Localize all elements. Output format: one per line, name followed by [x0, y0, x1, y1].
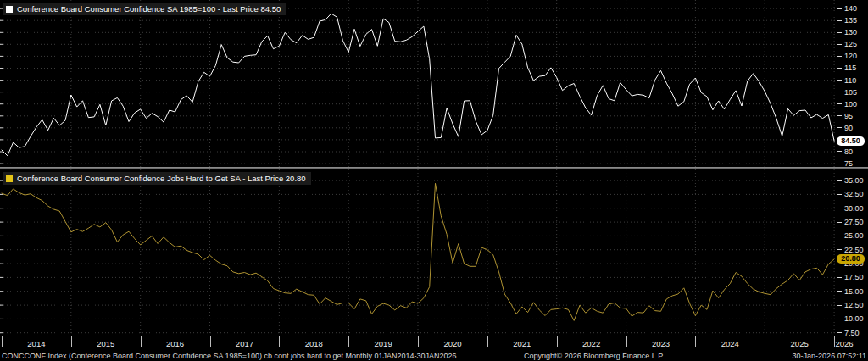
x-tick-label-2022: 2022	[573, 339, 610, 348]
y-tick	[837, 127, 842, 128]
x-tick-label-2019: 2019	[364, 339, 402, 348]
y-tick-label: 10.00	[844, 314, 868, 323]
y-tick	[837, 164, 842, 164]
x-tick-label-2024: 2024	[711, 339, 748, 348]
y-tick-label: 135	[844, 16, 868, 25]
x-tick	[487, 336, 488, 347]
y-tick-label: 125	[844, 40, 868, 48]
bloomberg-chart-window: Conference Board Consumer Confidence SA …	[0, 0, 868, 361]
y-tick-label: 110	[844, 76, 868, 85]
y-tick	[837, 332, 842, 333]
x-tick	[626, 336, 627, 347]
y-tick-label: 15.00	[844, 287, 868, 296]
y-tick	[837, 44, 842, 45]
x-tick-label-2017: 2017	[225, 339, 263, 348]
y-tick-label: 90	[844, 124, 868, 132]
y-tick	[837, 208, 842, 208]
last-price-label-bottom: 20.80	[837, 254, 865, 264]
x-tick	[557, 336, 558, 347]
y-tick-label: 115	[844, 64, 868, 72]
y-tick	[837, 180, 842, 181]
x-tick	[210, 336, 211, 347]
y-tick	[837, 32, 842, 33]
y-tick-label: 27.50	[844, 218, 868, 226]
y-tick-label: 25.00	[844, 231, 868, 240]
x-tick-label-2020: 2020	[434, 339, 471, 348]
x-tick	[279, 336, 280, 347]
y-tick-label: 17.50	[844, 273, 868, 281]
series-swatch-jobs-hard-to-get	[6, 175, 13, 182]
y-tick	[837, 8, 842, 9]
x-tick-label-2015: 2015	[87, 339, 125, 348]
x-tick	[765, 336, 765, 347]
legend-bottom-panel[interactable]: Conference Board Consumer Confidence Job…	[3, 172, 311, 185]
y-tick-label: 32.50	[844, 190, 868, 198]
x-tick-label-2016: 2016	[157, 339, 194, 348]
x-tick-label-2014: 2014	[18, 339, 55, 348]
y-tick	[837, 277, 842, 278]
y-tick-label: 12.50	[844, 301, 868, 309]
y-tick	[837, 151, 842, 152]
legend-label-jobs-hard-to-get: Conference Board Consumer Confidence Job…	[17, 174, 306, 183]
y-tick	[837, 92, 842, 92]
y-tick	[837, 236, 842, 236]
x-tick-label-2018: 2018	[295, 339, 332, 348]
x-tick-label-2023: 2023	[642, 339, 679, 348]
y-tick	[837, 305, 842, 306]
y-tick	[837, 319, 842, 319]
y-tick	[837, 56, 842, 57]
x-tick	[141, 336, 142, 347]
x-axis: 2014201520162017201820192020202120222023…	[0, 336, 868, 351]
y-tick-label: 140	[844, 4, 868, 13]
y-tick	[837, 103, 842, 104]
y-tick	[837, 68, 842, 69]
footer-timestamp: 30-Jan-2026 07:52:11	[793, 352, 866, 361]
legend-top-panel[interactable]: Conference Board Consumer Confidence SA …	[3, 3, 286, 15]
x-tick	[418, 336, 419, 347]
x-tick	[348, 336, 349, 347]
panel-divider[interactable]	[0, 167, 868, 169]
y-tick-label: 130	[844, 28, 868, 36]
x-tick	[2, 336, 3, 347]
footer-copyright: Copyright© 2026 Bloomberg Finance L.P.	[524, 352, 665, 361]
x-tick-label-2026: 2026	[826, 339, 863, 348]
y-tick	[837, 115, 842, 116]
series-swatch-consumer-confidence	[6, 6, 13, 13]
y-tick-label: 100	[844, 100, 868, 108]
legend-label-consumer-confidence: Conference Board Consumer Confidence SA …	[17, 4, 281, 14]
y-tick-label: 95	[844, 112, 868, 120]
x-tick-label-2021: 2021	[504, 339, 541, 348]
footer-ticker-description: CONCCONF Index (Conference Board Consume…	[2, 352, 457, 361]
y-tick-label: 22.50	[844, 246, 868, 254]
y-tick	[837, 222, 842, 223]
y-tick-label: 35.00	[844, 176, 868, 185]
y-tick	[837, 194, 842, 195]
x-tick	[695, 336, 696, 347]
x-tick	[71, 336, 72, 347]
y-tick	[837, 80, 842, 81]
y-tick-label: 80	[844, 147, 868, 156]
x-tick-label-2025: 2025	[781, 339, 818, 348]
footer: CONCCONF Index (Conference Board Consume…	[0, 351, 868, 361]
y-tick-label: 30.00	[844, 204, 868, 213]
y-tick	[837, 249, 842, 250]
y-tick	[837, 20, 842, 21]
y-tick-label: 120	[844, 52, 868, 60]
x-axis-line	[0, 336, 839, 336]
y-tick-label: 105	[844, 88, 868, 97]
last-price-label-top: 84.50	[837, 136, 865, 146]
y-tick	[837, 291, 842, 292]
